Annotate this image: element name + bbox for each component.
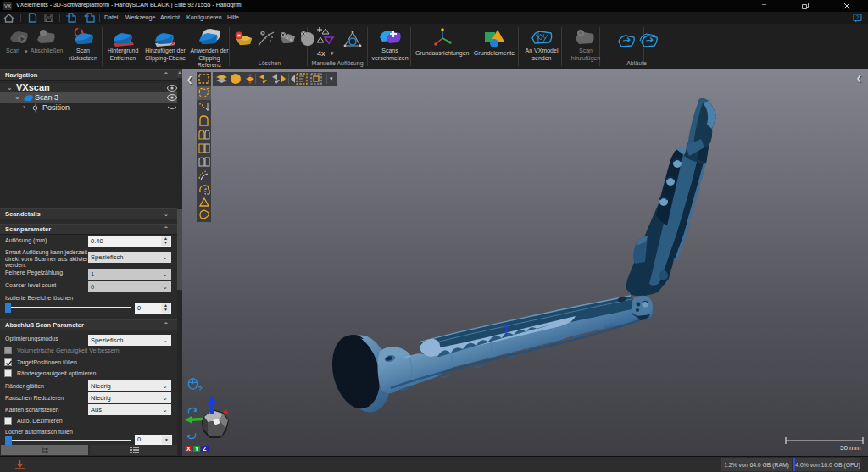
svg-text:?: ? [198,385,203,392]
svg-text:?: ? [855,14,859,20]
